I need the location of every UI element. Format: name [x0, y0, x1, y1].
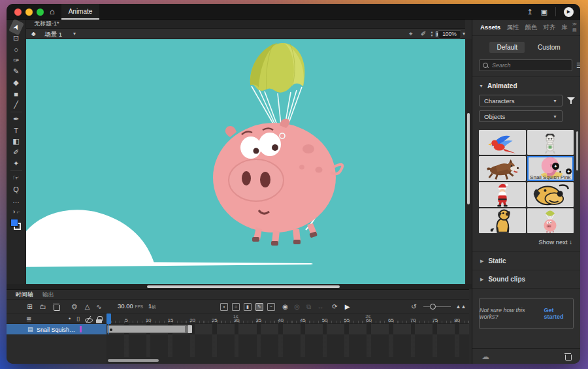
rotate-tool-icon[interactable]: ✐: [421, 30, 426, 37]
objects-dropdown[interactable]: Objects ▼: [479, 110, 563, 122]
asset-thumbnail-parrot[interactable]: [479, 130, 526, 155]
asset-warp-tool[interactable]: ✦: [10, 158, 23, 169]
hand-tool[interactable]: ☞: [10, 172, 23, 184]
scene-name[interactable]: 场景 1: [44, 31, 62, 39]
maximize-window-button[interactable]: [37, 8, 44, 16]
auto-keyframe-icon[interactable]: ✎: [255, 303, 263, 311]
asset-thumbnail-puppy[interactable]: [479, 208, 526, 233]
fps-group[interactable]: 30.00 FPS 1帧: [118, 302, 156, 310]
search-box[interactable]: [479, 59, 572, 71]
frames-area[interactable]: 51015202530354045505560657075801s2s: [106, 313, 469, 364]
asset-thumbnail-wolf[interactable]: [479, 156, 526, 181]
tab-color[interactable]: 颜色: [525, 24, 537, 32]
timeline-horizontal-scrollbar[interactable]: [108, 359, 159, 362]
insert-blank-keyframe-icon[interactable]: ○: [232, 303, 240, 311]
canvas-horizontal-scrollbar[interactable]: [147, 285, 340, 288]
default-tab-button[interactable]: Default: [489, 42, 525, 53]
resize-timeline-view-icon[interactable]: ▲▲: [456, 302, 466, 312]
panel-scrollbar[interactable]: [576, 131, 578, 170]
onion-range-icon[interactable]: ↔: [316, 302, 325, 312]
tab-animate[interactable]: Animate: [61, 4, 99, 20]
edit-symbols-icon[interactable]: ♣: [31, 30, 36, 37]
edit-multiple-frames-icon[interactable]: ⧉: [304, 302, 314, 312]
onion-skin-icon[interactable]: ◉: [280, 302, 290, 312]
reset-timeline-zoom-icon[interactable]: ↺: [409, 302, 419, 312]
color-swatches[interactable]: [10, 218, 23, 231]
eyedropper-tool[interactable]: ✐: [10, 147, 23, 158]
outline-column-icon[interactable]: ▯: [76, 315, 80, 322]
loop-icon[interactable]: ⟳: [330, 302, 340, 312]
play-icon[interactable]: ▶: [342, 302, 352, 312]
pen-tool[interactable]: ✒: [10, 114, 23, 125]
tab-timeline[interactable]: 时间轴: [16, 291, 33, 299]
panel-menu-icon[interactable]: ▤: [572, 27, 577, 33]
playhead[interactable]: [106, 313, 111, 324]
asset-thumbnail-dog-head[interactable]: [527, 182, 574, 207]
tab-assets[interactable]: Assets: [480, 24, 500, 32]
scene-chevron-icon[interactable]: ▾: [73, 31, 76, 37]
eraser-tool[interactable]: ◆: [10, 77, 23, 88]
section-animated[interactable]: ▼ Animated: [472, 77, 580, 93]
canvas-vertical-scrollbar[interactable]: [467, 113, 470, 204]
share-icon[interactable]: ↥: [527, 8, 532, 16]
delete-asset-icon[interactable]: [564, 353, 571, 360]
classic-brush-tool[interactable]: ✎: [10, 66, 23, 77]
new-layer-icon[interactable]: ⊞: [25, 302, 35, 312]
asset-thumbnail-snail-squish-pink[interactable]: ✦ ✦ Snail Squish Pink: [527, 156, 574, 181]
insert-keyframe-icon[interactable]: •: [220, 303, 228, 311]
tab-align[interactable]: 对齐: [543, 24, 555, 32]
frame-span[interactable]: [107, 325, 187, 333]
fps-value[interactable]: 30.00: [118, 302, 133, 310]
fill-color-swatch[interactable]: [10, 219, 18, 227]
highlight-column-icon[interactable]: •: [69, 315, 71, 322]
filter-icon[interactable]: [567, 97, 575, 104]
custom-tab-button[interactable]: Custom: [535, 42, 563, 53]
camera-icon[interactable]: ⏣: [69, 302, 79, 312]
zoom-dropdown-icon[interactable]: ▾: [463, 31, 465, 37]
fluid-brush-tool[interactable]: ✑: [10, 55, 23, 66]
tab-library[interactable]: 库: [561, 24, 568, 32]
new-folder-icon[interactable]: 🗀: [38, 302, 48, 312]
test-movie-button[interactable]: ▶: [564, 7, 574, 17]
zoom-stepper[interactable]: ▲▼: [429, 29, 435, 39]
insert-frame-icon[interactable]: ▮: [244, 303, 252, 311]
more-tools-button[interactable]: …: [10, 195, 23, 206]
layer-row-snail-squish[interactable]: ▤ Snail Squish…: [7, 324, 106, 334]
get-started-link[interactable]: Get started: [544, 307, 573, 320]
paint-bucket-tool[interactable]: ◧: [10, 136, 23, 147]
home-icon[interactable]: ⌂: [50, 7, 55, 16]
tab-output[interactable]: 输出: [42, 291, 54, 299]
object-drawing-icon[interactable]: ◑ ⌐: [10, 206, 23, 217]
frame-ruler[interactable]: 51015202530354045505560657075801s2s: [106, 313, 469, 324]
asset-thumbnail-santa[interactable]: [479, 182, 526, 207]
zoom-tool[interactable]: Q: [10, 184, 23, 195]
onion-outline-icon[interactable]: ◎: [292, 302, 302, 312]
frame-span-end[interactable]: [188, 325, 192, 333]
list-view-icon[interactable]: ☰: [576, 61, 580, 70]
close-window-button[interactable]: [14, 8, 22, 16]
collapse-panel-icon[interactable]: ≫: [572, 22, 577, 27]
remove-frame-icon[interactable]: －: [267, 303, 275, 311]
layer-name[interactable]: Snail Squish…: [37, 327, 75, 333]
slider-knob[interactable]: [430, 304, 436, 310]
rectangle-tool[interactable]: ■: [10, 88, 23, 99]
stage-center-icon[interactable]: ⌖: [409, 30, 413, 38]
tab-properties[interactable]: 属性: [506, 24, 519, 32]
show-next-link[interactable]: Show next ↓: [472, 233, 580, 252]
document-tab-bar[interactable]: 无标题-1*: [26, 20, 465, 29]
layer-outline-color-swatch[interactable]: [80, 326, 82, 332]
text-tool[interactable]: T: [10, 125, 23, 136]
search-input[interactable]: [492, 62, 568, 69]
line-tool[interactable]: ╱: [10, 99, 23, 110]
minimize-window-button[interactable]: [25, 8, 33, 16]
asset-thumbnail-mummy[interactable]: [527, 130, 574, 155]
lasso-tool[interactable]: ○: [10, 44, 23, 55]
section-static[interactable]: ▶ Static: [472, 252, 580, 270]
delete-layer-icon[interactable]: [51, 302, 61, 312]
stage-canvas[interactable]: [26, 39, 465, 284]
asset-thumbnail-pig-parachute[interactable]: [527, 208, 574, 233]
advanced-layers-icon[interactable]: △: [82, 302, 92, 312]
graph-editor-icon[interactable]: ∿: [94, 302, 104, 312]
layer-frames-row[interactable]: [106, 324, 469, 334]
timeline-zoom-slider[interactable]: [423, 306, 451, 307]
